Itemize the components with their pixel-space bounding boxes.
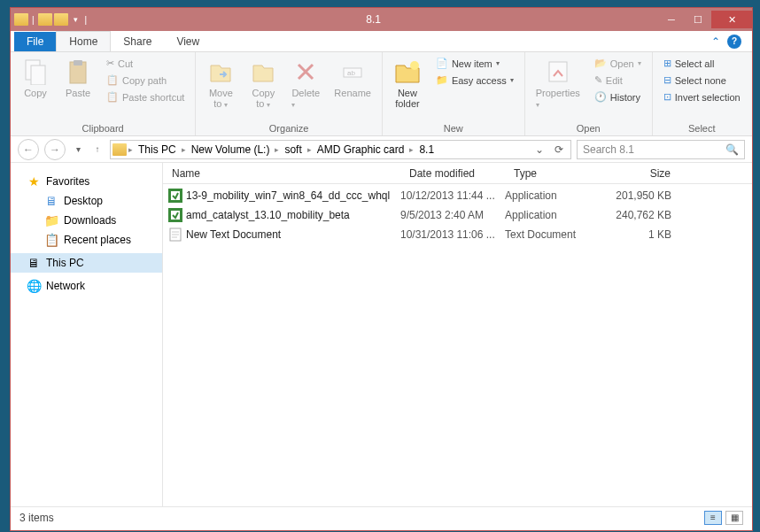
- qat-dropdown-icon[interactable]: ▾: [70, 15, 81, 24]
- thumbnails-view-button[interactable]: ▦: [725, 511, 743, 525]
- content-body: ★ Favorites 🖥 Desktop 📁 Downloads 📋 Rece…: [11, 163, 752, 506]
- select-all-button[interactable]: ⊞Select all: [660, 56, 744, 71]
- desktop-icon: 🖥: [44, 194, 58, 208]
- file-row[interactable]: amd_catalyst_13.10_mobility_beta9/5/2013…: [163, 205, 752, 225]
- address-dropdown-icon[interactable]: ⌄: [530, 143, 549, 156]
- copy-to-button[interactable]: Copyto ▾: [245, 56, 281, 111]
- copy-path-button[interactable]: 📋Copy path: [103, 73, 188, 88]
- svg-rect-1: [31, 66, 45, 85]
- paste-button[interactable]: Paste: [60, 56, 96, 100]
- tab-file[interactable]: File: [14, 32, 56, 51]
- column-date[interactable]: Date modified: [400, 167, 505, 180]
- back-button[interactable]: ←: [18, 139, 39, 160]
- app-icon: [14, 13, 28, 26]
- tab-home[interactable]: Home: [56, 31, 111, 51]
- quick-access-toolbar: | ▾ |: [11, 13, 89, 26]
- titlebar[interactable]: | ▾ | 8.1 ─ ☐ ✕: [11, 8, 752, 31]
- close-button[interactable]: ✕: [711, 11, 752, 28]
- selectnone-icon: ⊟: [663, 74, 671, 86]
- chevron-right-icon[interactable]: ▸: [180, 145, 188, 154]
- easy-access-button[interactable]: 📁Easy access▾: [432, 73, 517, 88]
- crumb-volume[interactable]: New Volume (L:): [188, 143, 274, 156]
- ribbon-group-organize: Moveto ▾ Copyto ▾ Delete▾ ab Rename Orga…: [196, 52, 383, 135]
- search-box[interactable]: Search 8.1 🔍: [577, 140, 745, 159]
- ribbon-group-open: Properties▾ 📂Open▾ ✎Edit 🕐History Open: [525, 52, 653, 135]
- crumb-soft[interactable]: soft: [281, 143, 305, 156]
- window-title: 8.1: [89, 13, 658, 26]
- selectall-icon: ⊞: [663, 58, 671, 69]
- copy-button[interactable]: Copy: [18, 56, 53, 100]
- nav-favorites[interactable]: ★ Favorites: [11, 172, 162, 191]
- file-type: Text Document: [505, 228, 601, 241]
- copyto-icon: [249, 58, 277, 86]
- cut-button[interactable]: ✂Cut: [103, 56, 188, 71]
- nav-desktop[interactable]: 🖥 Desktop: [11, 191, 162, 211]
- invert-icon: ⊡: [663, 91, 671, 103]
- help-icon[interactable]: ?: [727, 35, 741, 49]
- newitem-icon: 📄: [436, 58, 448, 69]
- ribbon-group-select: ⊞Select all ⊟Select none ⊡Invert selecti…: [653, 52, 751, 135]
- nav-recent-places[interactable]: 📋 Recent places: [11, 230, 162, 250]
- chevron-right-icon[interactable]: ▸: [306, 145, 314, 154]
- delete-button[interactable]: Delete▾: [288, 56, 323, 111]
- file-row[interactable]: New Text Document10/31/2013 11:06 ...Tex…: [163, 225, 752, 244]
- file-type: Application: [505, 189, 601, 202]
- new-folder-button[interactable]: Newfolder: [390, 56, 425, 111]
- nav-network[interactable]: 🌐 Network: [11, 276, 162, 296]
- cut-icon: ✂: [106, 58, 114, 69]
- tab-view[interactable]: View: [164, 32, 212, 51]
- qat-properties-icon[interactable]: [38, 13, 52, 26]
- ribbon-tabs: File Home Share View ⌃ ?: [11, 31, 752, 52]
- address-bar[interactable]: ▸ This PC ▸ New Volume (L:) ▸ soft ▸ AMD…: [110, 140, 571, 159]
- chevron-right-icon[interactable]: ▸: [127, 145, 135, 154]
- minimize-button[interactable]: ─: [658, 11, 685, 28]
- file-icon: [168, 208, 182, 222]
- properties-button[interactable]: Properties▾: [532, 56, 584, 111]
- column-size[interactable]: Size: [601, 167, 686, 180]
- network-icon: 🌐: [27, 279, 41, 293]
- chevron-right-icon[interactable]: ▸: [407, 145, 415, 154]
- tab-share[interactable]: Share: [111, 32, 164, 51]
- nav-downloads[interactable]: 📁 Downloads: [11, 211, 162, 230]
- nav-this-pc[interactable]: 🖥 This PC: [11, 253, 162, 273]
- crumb-amd[interactable]: AMD Graphic card: [314, 143, 408, 156]
- star-icon: ★: [27, 174, 41, 189]
- rename-button[interactable]: ab Rename: [330, 56, 375, 100]
- delete-icon: [291, 58, 320, 86]
- column-name[interactable]: Name: [163, 167, 400, 180]
- paste-shortcut-button[interactable]: 📋Paste shortcut: [103, 89, 188, 104]
- move-to-button[interactable]: Moveto ▾: [203, 56, 238, 111]
- forward-button[interactable]: →: [44, 139, 66, 160]
- open-button[interactable]: 📂Open▾: [591, 56, 645, 71]
- collapse-ribbon-icon[interactable]: ⌃: [711, 35, 720, 48]
- crumb-this-pc[interactable]: This PC: [135, 143, 180, 156]
- new-item-button[interactable]: 📄New item▾: [432, 56, 517, 71]
- file-date: 9/5/2013 2:40 AM: [400, 209, 505, 221]
- crumb-current[interactable]: 8.1: [415, 143, 438, 156]
- edit-button[interactable]: ✎Edit: [591, 73, 645, 88]
- copy-icon: [21, 58, 50, 86]
- up-button[interactable]: ↑: [90, 140, 105, 159]
- column-type[interactable]: Type: [505, 167, 601, 180]
- chevron-right-icon[interactable]: ▸: [273, 145, 281, 154]
- file-size: 201,950 KB: [601, 189, 686, 202]
- moveto-icon: [206, 58, 235, 86]
- history-button[interactable]: 🕐History: [591, 89, 645, 104]
- select-none-button[interactable]: ⊟Select none: [660, 73, 744, 88]
- rename-icon: ab: [338, 58, 367, 86]
- file-row[interactable]: 13-9_mobility_win7_win8_64_dd_ccc_whql10…: [163, 186, 752, 205]
- maximize-button[interactable]: ☐: [685, 11, 711, 28]
- details-view-button[interactable]: ≡: [704, 511, 722, 525]
- invert-selection-button[interactable]: ⊡Invert selection: [660, 89, 744, 104]
- refresh-button[interactable]: ⟳: [549, 143, 569, 156]
- properties-icon: [544, 58, 572, 86]
- qat-newfolder-icon[interactable]: [54, 13, 68, 26]
- easyaccess-icon: 📁: [436, 74, 448, 86]
- file-name: New Text Document: [186, 228, 281, 241]
- file-icon: [168, 189, 182, 203]
- recent-locations-button[interactable]: ▾: [71, 140, 85, 159]
- navigation-pane: ★ Favorites 🖥 Desktop 📁 Downloads 📋 Rece…: [11, 163, 163, 506]
- paste-icon: [64, 58, 92, 86]
- qat-separator: |: [30, 15, 36, 25]
- column-headers: Name Date modified Type Size: [163, 163, 752, 184]
